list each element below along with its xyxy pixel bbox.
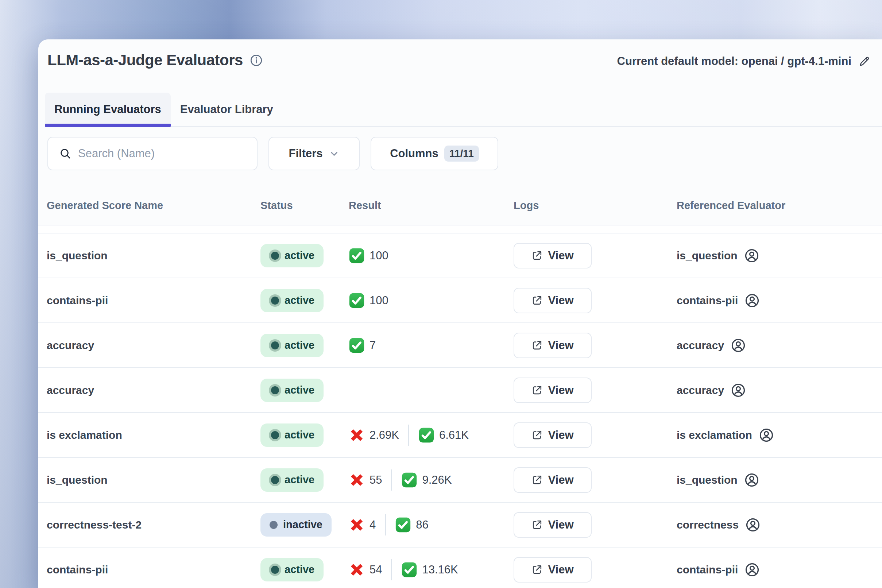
tab-evaluator-library[interactable]: Evaluator Library: [171, 93, 283, 126]
status-badge: active: [261, 379, 324, 402]
info-icon[interactable]: [249, 54, 263, 67]
result-divider: [391, 470, 392, 490]
columns-count-badge: 11/11: [444, 146, 479, 162]
external-link-icon: [531, 340, 543, 351]
table-row: correctness-test-2inactive486Viewcorrect…: [38, 502, 882, 548]
status-dot: [271, 386, 279, 394]
view-button[interactable]: View: [514, 288, 592, 314]
referenced-evaluator: is exclamation: [676, 428, 882, 443]
check-icon: [401, 562, 417, 578]
status-badge: active: [261, 289, 324, 312]
columns-button[interactable]: Columns 11/11: [370, 137, 498, 170]
edit-model-icon[interactable]: [858, 55, 871, 68]
result-pass: 9.26K: [401, 472, 452, 488]
logs-cell: View: [514, 243, 676, 268]
filters-button[interactable]: Filters: [268, 137, 360, 170]
view-button[interactable]: View: [514, 512, 592, 538]
cross-icon: [349, 562, 365, 578]
external-link-icon: [531, 250, 543, 261]
score-name: is_question: [47, 249, 261, 262]
table-row: is_questionactive559.26KViewis_question: [38, 458, 882, 502]
filters-label: Filters: [288, 147, 322, 160]
view-label: View: [548, 249, 573, 262]
result-fail: 54: [349, 562, 382, 578]
panel-header: LLM-as-a-Judge Evaluators Current defaul…: [38, 39, 882, 70]
table-body: is_questionactive100Viewis_questionconta…: [38, 234, 882, 588]
view-label: View: [548, 339, 573, 352]
result-cell: 486: [349, 514, 514, 536]
column-header-status[interactable]: Status: [261, 200, 349, 212]
status-badge: active: [261, 558, 324, 581]
result-fail: 55: [349, 472, 382, 488]
column-header-logs[interactable]: Logs: [514, 200, 676, 212]
user-circle-icon: [730, 382, 746, 398]
score-name: accuracy: [47, 384, 261, 396]
user-circle-icon: [730, 338, 746, 353]
view-button[interactable]: View: [514, 467, 592, 493]
search-icon: [59, 147, 72, 160]
status-dot: [271, 297, 279, 304]
column-header-name[interactable]: Generated Score Name: [47, 200, 261, 212]
result-divider: [391, 559, 392, 580]
result-cell: 559.26K: [349, 470, 514, 490]
view-button[interactable]: View: [514, 557, 592, 582]
referenced-evaluator: contains-pii: [676, 293, 882, 308]
score-name: is_question: [47, 474, 261, 486]
external-link-icon: [531, 429, 543, 441]
result-cell: 7: [349, 338, 514, 354]
referenced-evaluator: accuracy: [676, 338, 882, 353]
table-row: contains-piiactive5413.16KViewcontains-p…: [38, 548, 882, 588]
score-name: contains-pii: [47, 564, 261, 576]
referenced-evaluator: correctness: [676, 517, 882, 532]
check-icon: [349, 248, 365, 264]
check-icon: [418, 427, 434, 443]
user-circle-icon: [744, 562, 760, 578]
active-tab-underline: [45, 124, 171, 127]
status-cell: active: [261, 244, 349, 267]
column-header-referenced[interactable]: Referenced Evaluator: [676, 200, 882, 212]
user-circle-icon: [744, 248, 759, 263]
score-name: contains-pii: [47, 294, 261, 307]
logs-cell: View: [514, 422, 676, 448]
table-row: is exclamationactive2.69K6.61KViewis exc…: [38, 413, 882, 458]
chevron-down-icon: [328, 148, 340, 159]
external-link-icon: [531, 474, 543, 486]
view-button[interactable]: View: [514, 422, 592, 448]
table-row: is_questionactive100Viewis_question: [38, 234, 882, 278]
status-dot: [271, 252, 279, 260]
view-label: View: [548, 563, 573, 576]
result-cell: 5413.16K: [349, 559, 514, 580]
logs-cell: View: [514, 378, 676, 403]
table-header: Generated Score Name Status Result Logs …: [38, 186, 882, 225]
score-name: accuracy: [47, 339, 261, 352]
view-button[interactable]: View: [514, 243, 592, 268]
default-model-label: Current default model: openai / gpt-4.1-…: [617, 55, 851, 68]
view-button[interactable]: View: [514, 333, 592, 358]
search-box[interactable]: [47, 137, 258, 170]
status-cell: active: [261, 289, 349, 312]
status-dot: [271, 431, 279, 439]
result-pass: 7: [349, 338, 376, 354]
page-title: LLM-as-a-Judge Evaluators: [47, 50, 243, 70]
column-header-result[interactable]: Result: [349, 200, 514, 212]
check-icon: [395, 517, 411, 533]
external-link-icon: [531, 564, 543, 575]
status-dot: [271, 566, 279, 574]
view-button[interactable]: View: [514, 378, 592, 403]
tab-running-evaluators[interactable]: Running Evaluators: [45, 93, 171, 126]
result-pass: 86: [395, 517, 428, 533]
scrolled-row-edge: [38, 225, 882, 234]
table-row: accuracyactiveViewaccuracy: [38, 368, 882, 413]
tab-label: Evaluator Library: [180, 103, 273, 116]
user-circle-icon: [745, 517, 760, 532]
tab-bar: Running Evaluators Evaluator Library: [45, 93, 882, 127]
tab-label: Running Evaluators: [54, 103, 161, 116]
app-background: LLM-as-a-Judge Evaluators Current defaul…: [0, 0, 882, 588]
user-circle-icon: [744, 293, 760, 308]
result-cell: 100: [349, 248, 514, 264]
check-icon: [401, 472, 417, 488]
score-name: correctness-test-2: [47, 519, 261, 531]
search-input[interactable]: [48, 138, 257, 170]
view-label: View: [548, 474, 573, 487]
status-cell: active: [261, 423, 349, 447]
